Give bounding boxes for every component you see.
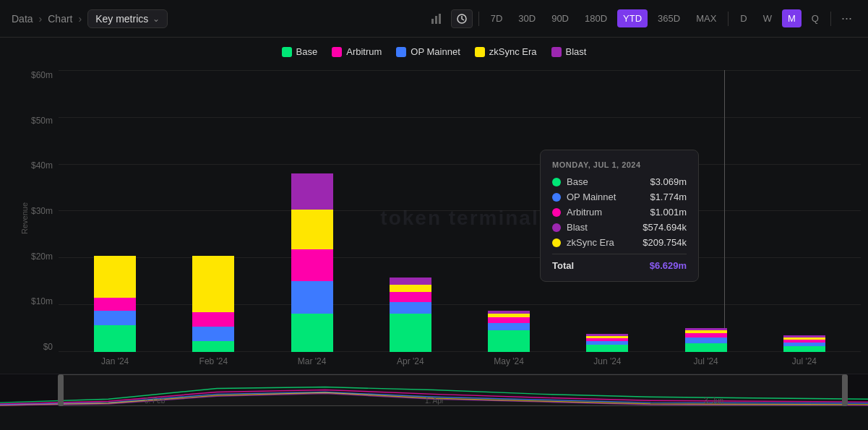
- tooltip-divider: [552, 254, 687, 254]
- tooltip-op-label: OP Mainnet: [567, 192, 616, 202]
- tooltip-blast-dot: [552, 223, 561, 232]
- tooltip-total: Total $6.629m: [552, 260, 687, 271]
- top-controls: 7D 30D 90D 180D YTD 365D MAX D W M Q ···: [426, 9, 856, 28]
- breadcrumb-chart[interactable]: Chart: [48, 13, 72, 25]
- bar-stack: [488, 311, 530, 352]
- zksync-dot: [475, 47, 485, 57]
- btn-ytd[interactable]: YTD: [617, 9, 648, 27]
- btn-w[interactable]: W: [757, 9, 778, 27]
- bar-segment: [488, 330, 530, 352]
- y-tick-60: $60m: [31, 70, 53, 80]
- legend-op-label: OP Mainnet: [411, 46, 460, 57]
- legend-zksync-label: zkSync Era: [489, 46, 537, 57]
- breadcrumb-data[interactable]: Data: [12, 13, 33, 25]
- bar-stack: [685, 328, 727, 352]
- legend-zksync: zkSync Era: [475, 46, 537, 57]
- mini-labels: 5. Feb 1. Apr 3. Jun: [0, 397, 868, 405]
- top-bar: Data › Chart › Key metrics ⌄ 7D 30D 90D …: [0, 0, 868, 38]
- breadcrumb: Data › Chart › Key metrics ⌄: [12, 9, 168, 28]
- y-tick-50: $50m: [31, 116, 53, 126]
- bar-group: [382, 278, 439, 352]
- bar-group: [86, 256, 144, 352]
- bar-segment: [390, 278, 431, 285]
- bar-segment: [390, 314, 431, 352]
- bar-segment: [94, 311, 136, 325]
- y-tick-40: $40m: [31, 160, 53, 171]
- tooltip: MONDAY, JUL 1, 2024 Base $3.069m OP Main…: [540, 150, 699, 282]
- x-label: Jan '24: [86, 352, 144, 374]
- tooltip-blast-value: $574.694k: [643, 222, 687, 233]
- legend-op: OP Mainnet: [396, 46, 460, 57]
- bar-group: [283, 173, 341, 352]
- bar-segment: [192, 327, 234, 341]
- bar-segment: [390, 302, 431, 314]
- legend-blast-label: Blast: [566, 46, 587, 57]
- bar-group: [578, 334, 636, 352]
- tooltip-total-value: $6.629m: [650, 260, 687, 271]
- bar-stack: [192, 256, 234, 352]
- bar-segment: [192, 341, 234, 352]
- tooltip-op-dot: [552, 193, 561, 202]
- btn-m[interactable]: M: [782, 9, 802, 27]
- bar-segment: [390, 285, 431, 292]
- btn-90d[interactable]: 90D: [546, 9, 575, 27]
- bar-segment: [192, 256, 234, 312]
- tooltip-zk-dot: [552, 238, 561, 247]
- bar-group: [480, 311, 538, 352]
- bar-segment: [94, 298, 136, 311]
- tooltip-arb-value: $1.001m: [650, 207, 687, 218]
- bar-chart-icon-btn[interactable]: [426, 10, 447, 27]
- btn-180d[interactable]: 180D: [579, 9, 613, 27]
- more-options-btn[interactable]: ···: [837, 11, 856, 26]
- blast-dot: [551, 47, 562, 57]
- legend-base-label: Base: [296, 46, 318, 57]
- bar-stack: [291, 173, 333, 352]
- legend-arbitrum: Arbitrum: [332, 46, 382, 57]
- bar-segment: [488, 323, 530, 330]
- bar-segment: [94, 256, 136, 298]
- sep1: ›: [39, 13, 43, 25]
- btn-7d[interactable]: 7D: [485, 9, 509, 27]
- sep2: ›: [78, 13, 82, 25]
- x-label: Jul '24: [775, 352, 833, 374]
- tooltip-row-blast: Blast $574.694k: [552, 222, 687, 233]
- bars-container: [59, 70, 861, 352]
- tooltip-blast-label: Blast: [567, 222, 588, 233]
- clock-icon-btn[interactable]: [451, 9, 473, 28]
- tooltip-arb-dot: [552, 208, 561, 217]
- bar-group: [677, 328, 735, 352]
- btn-30d[interactable]: 30D: [512, 9, 541, 27]
- y-tick-10: $10m: [31, 296, 53, 306]
- op-dot: [396, 47, 406, 57]
- bar-segment: [685, 343, 727, 352]
- svg-rect-1: [435, 16, 437, 24]
- bar-stack: [94, 256, 136, 352]
- btn-d[interactable]: D: [734, 9, 752, 27]
- y-tick-20: $20m: [31, 251, 53, 262]
- btn-max[interactable]: MAX: [690, 9, 722, 27]
- mini-label-jun: 3. Jun: [704, 397, 723, 405]
- y-axis: $60m $50m $40m $30m $20m $10m $0: [12, 63, 59, 374]
- bar-group: [184, 256, 242, 352]
- tooltip-op-value: $1.774m: [650, 192, 687, 202]
- svg-rect-0: [431, 19, 434, 24]
- tooltip-row-op: OP Mainnet $1.774m: [552, 192, 687, 202]
- bar-segment: [488, 317, 530, 323]
- x-label: Jun '24: [578, 352, 636, 374]
- divider2: [728, 12, 729, 26]
- chart-body: token terminal Jan '24Feb '24Mar '24Apr …: [59, 63, 861, 374]
- legend-blast: Blast: [551, 46, 587, 57]
- btn-365d[interactable]: 365D: [652, 9, 686, 27]
- y-axis-label: Revenue: [20, 202, 29, 234]
- breadcrumb-key-metrics[interactable]: Key metrics ⌄: [87, 9, 168, 28]
- bar-stack: [783, 335, 825, 352]
- tooltip-zk-label: zkSync Era: [567, 237, 614, 248]
- legend-base: Base: [282, 46, 318, 57]
- base-dot: [282, 47, 292, 57]
- x-label: Apr '24: [382, 352, 439, 374]
- bar-segment: [192, 312, 234, 327]
- y-axis-label-container: Revenue: [0, 63, 12, 374]
- btn-q[interactable]: Q: [806, 9, 825, 27]
- bar-segment: [291, 281, 333, 314]
- x-label: Mar '24: [283, 352, 341, 374]
